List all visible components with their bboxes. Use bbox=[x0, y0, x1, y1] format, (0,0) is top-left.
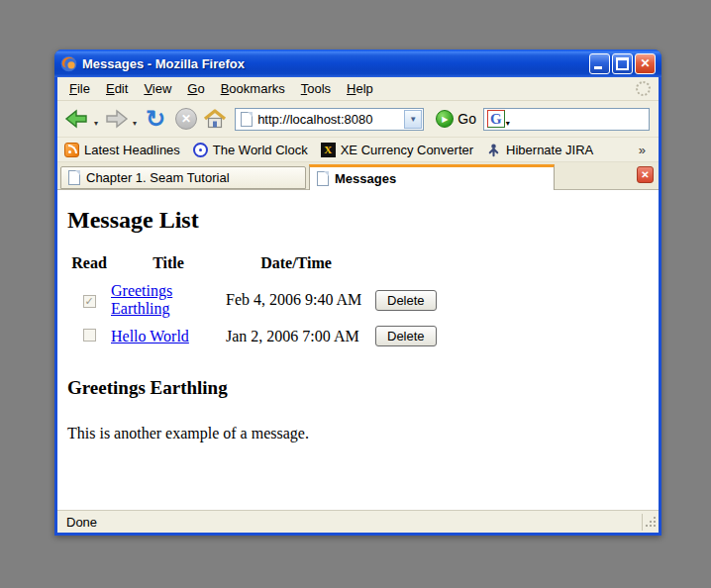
forward-button[interactable] bbox=[103, 104, 129, 134]
menu-bar: File Edit View Go Bookmarks Tools Help bbox=[57, 77, 659, 101]
selected-message-title: Greetings Earthling bbox=[67, 377, 649, 399]
tab-title: Chapter 1. Seam Tutorial bbox=[86, 170, 230, 185]
go-icon: ▶ bbox=[436, 110, 454, 128]
message-link[interactable]: Greetings Earthling bbox=[111, 282, 172, 317]
bookmark-label: Latest Headlines bbox=[84, 143, 180, 157]
table-header-row: Read Title Date/Time bbox=[67, 254, 437, 278]
rss-feed-icon bbox=[64, 143, 79, 157]
back-button[interactable] bbox=[64, 104, 90, 134]
menu-bookmarks[interactable]: Bookmarks bbox=[213, 78, 293, 99]
world-clock-icon bbox=[193, 143, 208, 157]
close-tab-button[interactable]: ✕ bbox=[637, 166, 654, 183]
go-button[interactable]: ▶ Go bbox=[436, 110, 476, 128]
read-checkbox[interactable] bbox=[83, 329, 96, 342]
table-row: Greetings Earthling Feb 4, 2006 9:40 AM … bbox=[67, 278, 437, 322]
home-button[interactable] bbox=[203, 104, 227, 134]
bookmarks-toolbar: Latest Headlines The World Clock X XE Cu… bbox=[57, 138, 659, 162]
search-input[interactable]: G ▾ bbox=[483, 108, 650, 131]
go-label: Go bbox=[457, 111, 476, 127]
tab-page-icon bbox=[317, 171, 329, 186]
firefox-window: Messages - Mozilla Firefox ✕ File Edit V… bbox=[54, 49, 661, 536]
bookmark-xe-currency[interactable]: X XE Currency Converter bbox=[321, 143, 473, 157]
url-history-dropdown[interactable]: ▼ bbox=[404, 110, 422, 129]
table-row: Hello World Jan 2, 2006 7:00 AM Delete bbox=[67, 322, 437, 350]
google-search-icon: G bbox=[487, 110, 505, 128]
tab-page-icon bbox=[68, 170, 80, 185]
minimize-button[interactable] bbox=[589, 53, 610, 74]
search-engine-dropdown-caret[interactable]: ▾ bbox=[506, 119, 510, 128]
forward-arrow-icon bbox=[103, 107, 129, 131]
activity-throbber-icon bbox=[636, 81, 651, 96]
forward-dropdown-caret[interactable]: ▾ bbox=[133, 119, 137, 128]
bookmark-latest-headlines[interactable]: Latest Headlines bbox=[64, 143, 180, 157]
message-link[interactable]: Hello World bbox=[111, 328, 189, 344]
bookmark-label: The World Clock bbox=[213, 143, 308, 157]
header-datetime: Date/Time bbox=[226, 254, 366, 278]
message-datetime: Feb 4, 2006 9:40 AM bbox=[226, 278, 366, 322]
menu-tools[interactable]: Tools bbox=[293, 78, 339, 99]
window-controls: ✕ bbox=[589, 53, 656, 74]
back-arrow-icon bbox=[64, 107, 90, 131]
page-title: Message List bbox=[67, 207, 649, 234]
close-button[interactable]: ✕ bbox=[635, 53, 656, 74]
url-bar[interactable]: http://localhost:8080 ▼ bbox=[235, 108, 424, 131]
bookmark-hibernate-jira[interactable]: Hibernate JIRA bbox=[486, 143, 593, 157]
menu-file[interactable]: File bbox=[61, 78, 98, 99]
delete-button[interactable]: Delete bbox=[375, 290, 437, 311]
menu-edit[interactable]: Edit bbox=[98, 78, 136, 99]
menu-view[interactable]: View bbox=[136, 78, 179, 99]
reload-button[interactable]: ↻ bbox=[146, 104, 165, 134]
firefox-icon bbox=[60, 55, 77, 72]
message-table: Read Title Date/Time Greetings Earthling… bbox=[67, 254, 437, 350]
bookmarks-overflow-chevron[interactable]: » bbox=[639, 143, 646, 157]
xe-currency-icon: X bbox=[321, 143, 336, 157]
url-input[interactable]: http://localhost:8080 bbox=[257, 112, 399, 127]
status-bar: Done bbox=[57, 510, 659, 533]
window-title: Messages - Mozilla Firefox bbox=[82, 56, 584, 71]
tab-seam-tutorial[interactable]: Chapter 1. Seam Tutorial bbox=[60, 166, 306, 189]
maximize-button[interactable] bbox=[612, 53, 633, 74]
page-favicon-icon bbox=[241, 112, 253, 127]
menu-go[interactable]: Go bbox=[179, 78, 212, 99]
resize-grip[interactable] bbox=[643, 514, 659, 530]
status-text: Done bbox=[66, 515, 97, 530]
read-checkbox[interactable] bbox=[83, 295, 96, 308]
stop-button[interactable]: ✕ bbox=[175, 108, 197, 130]
bookmark-world-clock[interactable]: The World Clock bbox=[193, 143, 308, 157]
tab-messages[interactable]: Messages bbox=[309, 164, 555, 190]
menu-help[interactable]: Help bbox=[339, 78, 381, 99]
desktop-background: Messages - Mozilla Firefox ✕ File Edit V… bbox=[0, 0, 711, 588]
tab-strip: Chapter 1. Seam Tutorial Messages ✕ bbox=[57, 162, 659, 190]
bookmark-label: Hibernate JIRA bbox=[506, 143, 593, 157]
navigation-toolbar: ▾ ▾ ↻ ✕ http://localhost:8080 ▼ bbox=[57, 101, 659, 138]
header-read: Read bbox=[67, 254, 111, 278]
page-content: Message List Read Title Date/Time bbox=[57, 190, 659, 510]
message-datetime: Jan 2, 2006 7:00 AM bbox=[226, 322, 366, 350]
delete-button[interactable]: Delete bbox=[375, 326, 437, 346]
title-bar[interactable]: Messages - Mozilla Firefox ✕ bbox=[54, 49, 661, 77]
header-title: Title bbox=[111, 254, 226, 278]
jira-person-icon bbox=[486, 143, 501, 157]
back-dropdown-caret[interactable]: ▾ bbox=[94, 119, 98, 128]
bookmark-label: XE Currency Converter bbox=[341, 143, 473, 157]
tab-title: Messages bbox=[335, 171, 396, 186]
home-icon bbox=[203, 108, 227, 130]
selected-message-body: This is another example of a message. bbox=[67, 425, 649, 442]
